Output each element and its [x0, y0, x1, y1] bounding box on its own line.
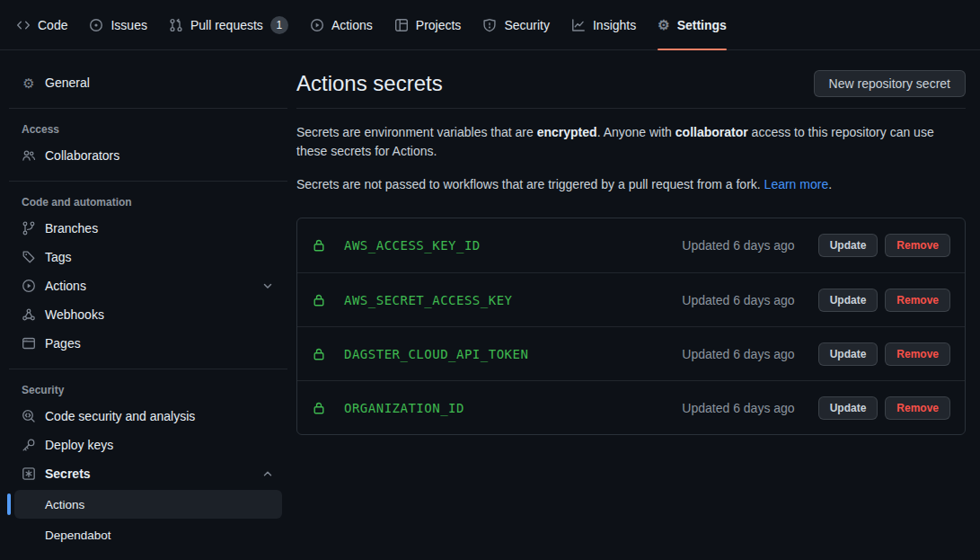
- secret-updated: Updated 6 days ago: [682, 238, 794, 253]
- tab-label: Actions: [331, 18, 373, 32]
- tab-label: Pull requests: [190, 18, 263, 32]
- tab-actions[interactable]: Actions: [301, 0, 382, 49]
- sidebar-item-label: Collaborators: [45, 148, 119, 163]
- sidebar-item-secrets[interactable]: Secrets: [14, 459, 282, 488]
- sidebar-item-deploy-keys[interactable]: Deploy keys: [14, 431, 282, 459]
- sidebar-item-branches[interactable]: Branches: [14, 214, 282, 243]
- sidebar-section-code-automation: Code and automation: [14, 192, 282, 214]
- sidebar-subitem-secrets-actions[interactable]: Actions: [14, 490, 282, 519]
- secret-name: ORGANIZATION_ID: [344, 401, 682, 415]
- sidebar-divider: [9, 181, 287, 182]
- sidebar-item-label: Pages: [45, 336, 81, 351]
- sidebar-item-label: Code security and analysis: [45, 409, 195, 423]
- shield-icon: [482, 18, 497, 32]
- sidebar-section-access: Access: [14, 120, 282, 141]
- codescan-icon: [22, 409, 36, 423]
- secret-row: AWS_ACCESS_KEY_ID Updated 6 days ago Upd…: [297, 218, 965, 272]
- remove-button[interactable]: Remove: [885, 342, 950, 366]
- chevron-up-icon: [260, 467, 275, 481]
- fork-note-suffix: .: [828, 177, 832, 191]
- issue-opened-icon: [89, 18, 103, 32]
- sidebar-item-label: General: [45, 76, 90, 90]
- git-branch-icon: [22, 221, 36, 236]
- sidebar-item-collaborators[interactable]: Collaborators: [14, 141, 282, 170]
- update-button[interactable]: Update: [818, 289, 878, 312]
- secret-row: ORGANIZATION_ID Updated 6 days ago Updat…: [297, 380, 965, 434]
- key-icon: [22, 438, 36, 452]
- sidebar-subitem-secrets-dependabot[interactable]: Dependabot: [14, 520, 282, 549]
- learn-more-link[interactable]: Learn more: [764, 177, 829, 191]
- browser-icon: [22, 336, 36, 351]
- fork-note: Secrets are not passed to workflows that…: [296, 175, 966, 194]
- remove-button[interactable]: Remove: [885, 234, 950, 257]
- secret-asterisk-icon: [22, 467, 36, 481]
- secret-row: DAGSTER_CLOUD_API_TOKEN Updated 6 days a…: [297, 326, 965, 380]
- tab-label: Settings: [677, 18, 727, 32]
- remove-button[interactable]: Remove: [885, 396, 950, 420]
- tab-label: Code: [38, 18, 67, 32]
- gear-icon: ⚙: [658, 18, 669, 31]
- tab-settings[interactable]: ⚙ Settings: [649, 0, 736, 49]
- secrets-list: AWS_ACCESS_KEY_ID Updated 6 days ago Upd…: [296, 218, 966, 435]
- project-table-icon: [394, 18, 409, 32]
- tab-label: Insights: [593, 18, 636, 32]
- secret-row: AWS_SECRET_ACCESS_KEY Updated 6 days ago…: [297, 272, 965, 326]
- tab-issues[interactable]: Issues: [80, 0, 155, 49]
- tab-pull-requests[interactable]: Pull requests 1: [160, 0, 297, 49]
- update-button[interactable]: Update: [818, 234, 878, 257]
- description-bold-collaborator: collaborator: [675, 125, 748, 139]
- secret-name: AWS_ACCESS_KEY_ID: [344, 238, 682, 253]
- sidebar-item-actions[interactable]: Actions: [14, 271, 282, 300]
- update-button[interactable]: Update: [818, 396, 878, 420]
- sidebar-item-general[interactable]: ⚙ General: [14, 68, 282, 97]
- sidebar-item-label: Tags: [45, 250, 72, 264]
- new-repository-secret-button[interactable]: New repository secret: [814, 70, 966, 97]
- sidebar-item-tags[interactable]: Actions Tags: [14, 243, 282, 271]
- play-icon: [22, 279, 36, 293]
- sidebar-divider: [9, 108, 287, 109]
- pull-request-count-badge: 1: [270, 16, 288, 34]
- sidebar-item-label: Secrets: [45, 467, 91, 481]
- sidebar-item-label: Dependabot: [45, 529, 111, 542]
- tab-label: Security: [504, 18, 550, 32]
- code-icon: [16, 18, 31, 32]
- repo-tab-bar: Code Issues Pull requests 1 Actions Proj…: [0, 0, 980, 50]
- description-bold-encrypted: encrypted: [537, 125, 597, 139]
- update-button[interactable]: Update: [818, 342, 878, 366]
- actions-secrets-panel: Actions secrets New repository secret Se…: [296, 50, 966, 435]
- remove-button[interactable]: Remove: [885, 289, 950, 312]
- tab-projects[interactable]: Projects: [385, 0, 471, 49]
- tab-insights[interactable]: Insights: [562, 0, 645, 49]
- secret-name: DAGSTER_CLOUD_API_TOKEN: [344, 347, 682, 361]
- tab-security[interactable]: Security: [473, 0, 559, 49]
- sidebar-item-label: Actions: [45, 279, 86, 293]
- page-title: Actions secrets: [296, 71, 443, 96]
- description-text: . Anyone with: [597, 125, 675, 139]
- pull-request-icon: [169, 18, 183, 32]
- lock-icon: [312, 293, 326, 307]
- secrets-description: Secrets are environment variables that a…: [296, 123, 966, 161]
- sidebar-item-label: Branches: [45, 221, 98, 236]
- lock-icon: [312, 347, 326, 361]
- sidebar-item-pages[interactable]: Pages: [14, 329, 282, 358]
- tab-code[interactable]: Code: [7, 0, 76, 49]
- sidebar-section-security: Security: [14, 380, 282, 402]
- play-icon: [310, 18, 324, 32]
- secret-updated: Updated 6 days ago: [682, 347, 794, 361]
- gear-icon: ⚙: [22, 76, 36, 90]
- webhook-icon: [22, 307, 36, 322]
- description-text: Secrets are environment variables that a…: [296, 125, 537, 139]
- sidebar-item-label: Deploy keys: [45, 438, 113, 452]
- people-icon: [22, 148, 36, 163]
- fork-note-text: Secrets are not passed to workflows that…: [296, 177, 764, 191]
- secret-updated: Updated 6 days ago: [682, 293, 794, 307]
- sidebar-item-label: Webhooks: [45, 307, 104, 322]
- settings-sidebar: ⚙ General Access Collaborators Code and …: [0, 50, 296, 560]
- lock-icon: [312, 401, 326, 415]
- secret-name: AWS_SECRET_ACCESS_KEY: [344, 293, 682, 307]
- lock-icon: [312, 238, 326, 253]
- tab-label: Projects: [416, 18, 462, 32]
- sidebar-item-label: Actions: [45, 498, 84, 511]
- sidebar-item-code-security[interactable]: Code security and analysis: [14, 402, 282, 431]
- sidebar-item-webhooks[interactable]: Webhooks: [14, 300, 282, 329]
